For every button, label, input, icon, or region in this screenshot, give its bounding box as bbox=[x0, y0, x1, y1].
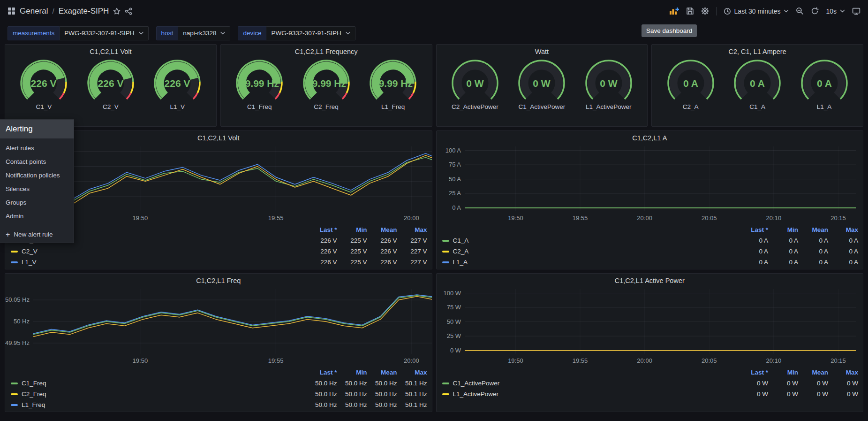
legend-series-name[interactable]: L1_Freq bbox=[22, 401, 45, 408]
refresh-interval-label: 10s bbox=[826, 8, 837, 15]
legend-series-name[interactable]: C2_Freq bbox=[22, 390, 46, 398]
gauge-arc: 0 A bbox=[729, 57, 785, 104]
legend-column-header[interactable]: Mean bbox=[798, 369, 828, 376]
gauge-label: L1_A bbox=[817, 103, 832, 110]
breadcrumb-current[interactable]: Exagate-SIPH bbox=[59, 7, 109, 16]
settings-button[interactable] bbox=[701, 7, 709, 15]
time-range-picker[interactable]: Last 30 minutes bbox=[724, 8, 789, 15]
alert-menu-item-admin[interactable]: Admin bbox=[0, 209, 74, 223]
breadcrumb-root[interactable]: General bbox=[20, 7, 48, 16]
y-axis-label: 0 A bbox=[452, 204, 461, 211]
variable-host-dropdown[interactable]: napi-rk3328 bbox=[178, 26, 230, 40]
legend-column-header[interactable]: Last * bbox=[307, 226, 337, 233]
dashboards-grid-icon[interactable] bbox=[8, 7, 15, 15]
legend-series: C2_A bbox=[442, 248, 739, 255]
gauge: 0 WL1_ActivePower bbox=[581, 57, 637, 110]
legend-row: L1_V226 V225 V226 V227 V bbox=[11, 257, 427, 268]
panel-title[interactable]: C1,C2,L1 Volt bbox=[5, 45, 216, 56]
x-axis-label: 19:55 bbox=[268, 357, 284, 364]
legend-value: 0 A bbox=[798, 237, 828, 244]
legend-column-header[interactable]: Last * bbox=[738, 369, 768, 376]
legend-series-name[interactable]: C2_V bbox=[22, 248, 38, 255]
legend-column-header[interactable]: Min bbox=[768, 369, 798, 376]
gauge-label: L1_ActivePower bbox=[586, 103, 632, 110]
chart-body: 100 A75 A50 A25 A0 A19:5019:5520:0020:05… bbox=[437, 143, 863, 223]
gauge: 0 AL1_A bbox=[796, 57, 853, 110]
gauge-label: C2_Freq bbox=[314, 103, 339, 110]
new-alert-rule-button[interactable]: + New alert rule bbox=[0, 226, 74, 243]
time-series-plot: 100 A75 A50 A25 A0 A19:5019:5520:0020:05… bbox=[437, 143, 863, 223]
chevron-down-icon bbox=[220, 31, 225, 35]
gauge-label: C1_ActivePower bbox=[518, 103, 565, 110]
legend-column-header[interactable]: Max bbox=[828, 226, 858, 233]
gauge-value: 0 W bbox=[533, 78, 551, 89]
toolbar-divider bbox=[716, 7, 717, 15]
y-axis-label: 75 W bbox=[446, 304, 461, 311]
x-axis-label: 20:00 bbox=[404, 357, 419, 364]
alert-menu-item-alert-rules[interactable]: Alert rules bbox=[0, 141, 74, 155]
legend-series-name[interactable]: L1_V bbox=[22, 259, 37, 266]
alerting-menu: Alerting Alert rulesContact pointsNotifi… bbox=[0, 119, 74, 243]
legend-value: 0 A bbox=[738, 237, 768, 244]
refresh-interval-dropdown[interactable]: 10s bbox=[826, 8, 845, 15]
series-color-swatch bbox=[442, 251, 449, 253]
x-axis-label: 19:50 bbox=[508, 214, 523, 222]
panel-title[interactable]: C1,C2,L1 Active Power bbox=[437, 274, 863, 285]
alert-menu-item-groups[interactable]: Groups bbox=[0, 196, 74, 209]
y-axis-label: 100 A bbox=[445, 147, 461, 154]
gauge: 226 VL1_V bbox=[149, 57, 205, 110]
gauge-arc: 226 V bbox=[15, 57, 72, 104]
legend-column-header[interactable]: Min bbox=[337, 226, 367, 233]
save-dashboard-button[interactable] bbox=[686, 7, 694, 15]
legend-column-header[interactable]: Min bbox=[768, 226, 798, 233]
legend-column-header[interactable]: Last * bbox=[738, 226, 768, 233]
legend-value: 50.0 Hz bbox=[367, 401, 397, 408]
legend-series-name[interactable]: C1_Freq bbox=[22, 380, 46, 387]
alert-menu-item-notification-policies[interactable]: Notification policies bbox=[0, 168, 74, 182]
legend-series-name[interactable]: C2_A bbox=[453, 248, 469, 255]
gauge: 49.99 HzC2_Freq bbox=[298, 57, 355, 110]
star-icon[interactable] bbox=[113, 8, 121, 15]
panel-title[interactable]: C1,C2,L1 Frequency bbox=[221, 45, 432, 56]
legend-column-header[interactable]: Last * bbox=[307, 369, 337, 376]
alert-menu-item-contact-points[interactable]: Contact points bbox=[0, 155, 74, 168]
panel-title[interactable]: C1,C2,L1 Freq bbox=[5, 274, 432, 285]
panel-title[interactable]: C1,C2,L1 A bbox=[437, 131, 863, 143]
legend-column-header[interactable]: Max bbox=[397, 226, 427, 233]
legend-value: 50.0 Hz bbox=[337, 401, 367, 408]
legend-series-name[interactable]: L1_A bbox=[453, 259, 468, 266]
legend-series-name[interactable]: C1_A bbox=[453, 237, 469, 244]
add-panel-button[interactable] bbox=[669, 7, 679, 15]
gauge-value: 226 V bbox=[98, 78, 123, 89]
panel-title[interactable]: Watt bbox=[437, 45, 648, 56]
legend-column-header[interactable]: Max bbox=[828, 369, 858, 376]
kiosk-mode-button[interactable] bbox=[852, 7, 860, 15]
gauge-arc: 49.99 Hz bbox=[231, 57, 287, 104]
alerting-menu-title[interactable]: Alerting bbox=[0, 120, 74, 138]
legend-header-row: Last *MinMeanMax bbox=[11, 367, 427, 378]
alert-menu-item-silences[interactable]: Silences bbox=[0, 182, 74, 196]
gauge-label: C1_A bbox=[749, 103, 765, 110]
legend-series-name[interactable]: C1_ActivePower bbox=[453, 380, 500, 387]
legend-series-name[interactable]: L1_ActivePower bbox=[453, 390, 499, 398]
legend-column-header[interactable]: Min bbox=[337, 369, 367, 376]
refresh-button[interactable] bbox=[811, 7, 819, 15]
zoom-out-button[interactable] bbox=[796, 7, 804, 15]
legend: Last *MinMeanMaxC1_Freq50.0 Hz50.0 Hz50.… bbox=[5, 366, 432, 410]
add-panel-icon bbox=[669, 7, 679, 15]
variable-measurements-dropdown[interactable]: PWG-9332-307-91-SIPH bbox=[60, 26, 148, 40]
gear-icon bbox=[701, 7, 709, 15]
variable-measurements: measurements PWG-9332-307-91-SIPH bbox=[8, 26, 149, 40]
legend-column-header[interactable]: Mean bbox=[367, 226, 397, 233]
panel-title[interactable]: C2, C1, L1 Ampere bbox=[652, 45, 863, 56]
share-icon[interactable] bbox=[125, 8, 132, 15]
y-axis-label: 25 A bbox=[448, 190, 460, 197]
gauge: 226 VC2_V bbox=[83, 57, 139, 110]
legend-value: 0 A bbox=[738, 248, 768, 255]
gauge-arc: 0 A bbox=[663, 57, 719, 104]
legend-column-header[interactable]: Mean bbox=[798, 226, 828, 233]
y-axis-label: 100 W bbox=[443, 290, 461, 297]
legend-column-header[interactable]: Mean bbox=[367, 369, 397, 376]
legend-column-header[interactable]: Max bbox=[397, 369, 427, 376]
variable-device-dropdown[interactable]: PWG-9332-307-91-SIPH bbox=[266, 26, 355, 40]
